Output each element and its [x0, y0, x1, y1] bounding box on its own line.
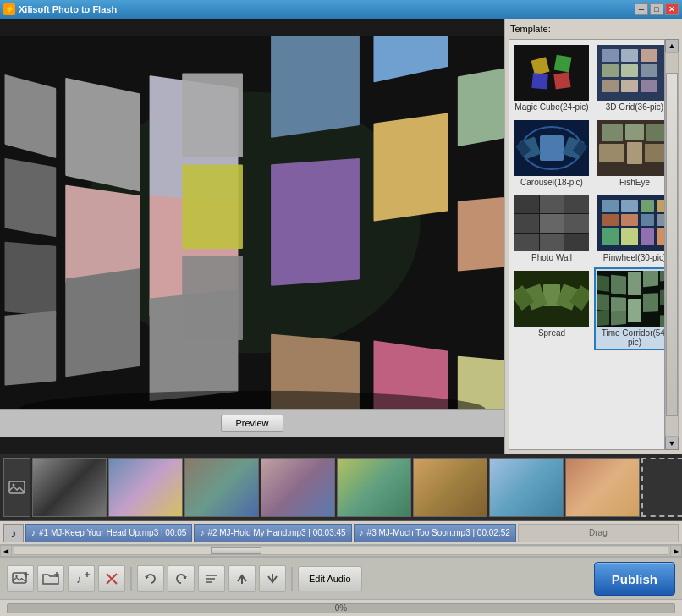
svg-rect-57 [621, 200, 638, 212]
template-item-3dgrid[interactable]: 3D Grid(36-pic) [594, 41, 665, 115]
template-scroll[interactable]: Magic Cube(24-pic) [509, 39, 665, 450]
svg-rect-24 [458, 355, 504, 408]
svg-rect-78 [611, 275, 626, 295]
template-item-carousel[interactable]: Carousel(18-pic) [511, 117, 592, 190]
window-title: Xilisoft Photo to Flash [19, 4, 117, 14]
add-audio-button[interactable]: ♪ [68, 565, 95, 592]
template-thumb-photo-wall [514, 195, 589, 251]
scrollbar-track[interactable] [665, 52, 679, 437]
template-scrollbar[interactable]: ▲ ▼ [665, 39, 679, 450]
hscrollbar-track[interactable] [14, 547, 668, 555]
svg-rect-82 [628, 299, 641, 322]
audio-note-2: ♪ [200, 528, 204, 537]
audio-segment-3-text: #3 MJ-Much Too Soon.mp3 | 00:02:52 [367, 528, 510, 537]
svg-text:♪: ♪ [76, 573, 82, 586]
svg-rect-83 [643, 271, 658, 287]
strip-add-button[interactable] [3, 458, 30, 517]
svg-rect-40 [641, 80, 657, 92]
template-item-spread[interactable]: Spread [511, 267, 592, 350]
top-area: Preview Template: [0, 19, 682, 454]
svg-rect-5 [5, 311, 57, 385]
delete-button[interactable] [98, 565, 125, 592]
minimize-button[interactable]: ─ [635, 3, 648, 15]
maximize-button[interactable]: □ [650, 3, 663, 15]
strip-photo-3[interactable] [184, 458, 259, 517]
svg-rect-37 [641, 64, 657, 77]
svg-rect-66 [641, 228, 654, 245]
title-bar-controls[interactable]: ─ □ ✕ [635, 3, 679, 15]
svg-rect-32 [602, 49, 619, 62]
svg-rect-23 [458, 196, 504, 271]
template-item-photo-wall[interactable]: Photo Wall [511, 192, 592, 266]
preview-button-bar: Preview [0, 409, 504, 437]
rotate-ccw-button[interactable] [137, 565, 164, 592]
strip-photo-5[interactable] [337, 458, 411, 517]
scrollbar-down-arrow[interactable]: ▼ [665, 437, 679, 450]
strip-photo-2[interactable] [108, 458, 183, 517]
audio-drag-label: Drag [589, 528, 608, 537]
svg-rect-35 [602, 64, 619, 77]
horizontal-scrollbar[interactable]: ◀ ▶ [0, 545, 682, 557]
move-up-button[interactable] [228, 565, 256, 592]
template-panel: Template: [504, 19, 682, 454]
svg-rect-34 [641, 49, 657, 62]
app-icon: ⚡ [3, 3, 15, 15]
preview-button[interactable]: Preview [221, 415, 283, 432]
audio-note-1: ♪ [31, 528, 36, 537]
strip-drop-zone[interactable] [641, 458, 682, 517]
svg-rect-81 [628, 272, 641, 295]
template-thumb-carousel [514, 120, 589, 176]
audio-segment-3[interactable]: ♪ #3 MJ-Much Too Soon.mp3 | 00:02:52 [354, 524, 516, 542]
audio-track: ♪ ♪ #1 MJ-Keep Your Head Up.mp3 | 00:05 … [0, 521, 682, 545]
scrollbar-thumb[interactable] [666, 73, 678, 417]
template-name-carousel: Carousel(18-pic) [520, 178, 583, 187]
audio-segment-2[interactable]: ♪ #2 MJ-Hold My Hand.mp3 | 00:03:45 [194, 524, 351, 542]
rotate-cw-button[interactable] [168, 565, 195, 592]
close-button[interactable]: ✕ [665, 3, 679, 15]
audio-note-3: ♪ [360, 528, 364, 537]
add-audio-icon: ♪ [73, 570, 90, 587]
hscrollbar-left-arrow[interactable]: ◀ [0, 545, 12, 557]
strip-photo-8[interactable] [565, 458, 640, 517]
edit-audio-button[interactable]: Edit Audio [298, 566, 362, 591]
hscrollbar-right-arrow[interactable]: ▶ [670, 545, 682, 557]
svg-rect-33 [621, 49, 638, 62]
strip-photo-4[interactable] [261, 458, 335, 517]
progress-label: 0% [335, 603, 347, 613]
template-item-pinwheel[interactable]: Pinwheel(30-pic) [594, 192, 665, 266]
sort-icon [203, 570, 220, 587]
audio-drag-zone[interactable]: Drag [518, 524, 679, 542]
svg-rect-30 [553, 72, 570, 89]
scrollbar-up-arrow[interactable]: ▲ [665, 39, 679, 52]
svg-rect-6 [65, 77, 140, 191]
move-up-icon [234, 570, 250, 587]
template-item-time-corridor[interactable]: Time Corridor(54-pic) [594, 267, 665, 350]
strip-photo-1[interactable] [32, 458, 107, 517]
preview-canvas [0, 36, 504, 409]
template-item-fisheye[interactable]: FishEye [594, 117, 665, 190]
audio-segment-1-text: #1 MJ-Keep Your Head Up.mp3 | 00:05 [39, 528, 186, 537]
template-thumb-pinwheel [597, 195, 665, 251]
template-item-magic-cube[interactable]: Magic Cube(24-pic) [511, 41, 592, 115]
svg-rect-88 [9, 481, 25, 493]
add-photo-button[interactable] [7, 565, 34, 592]
svg-rect-12 [182, 73, 243, 157]
audio-note-icon: ♪ [3, 524, 24, 542]
strip-photo-7[interactable] [489, 458, 564, 517]
sort-button[interactable] [198, 565, 225, 592]
title-bar-left: ⚡ Xilisoft Photo to Flash [3, 3, 117, 15]
hscrollbar-thumb[interactable] [211, 547, 261, 554]
move-down-button[interactable] [259, 565, 286, 592]
svg-rect-38 [602, 80, 619, 92]
svg-rect-84 [643, 293, 658, 312]
template-thumb-time-corridor [597, 271, 665, 327]
add-folder-button[interactable] [37, 565, 64, 592]
audio-segment-1[interactable]: ♪ #1 MJ-Keep Your Head Up.mp3 | 00:05 [25, 524, 192, 542]
strip-photo-6[interactable] [413, 458, 487, 517]
svg-rect-53 [627, 142, 642, 164]
separator-1 [130, 567, 132, 591]
svg-rect-15 [271, 36, 360, 138]
template-name-spread: Spread [538, 328, 565, 338]
template-thumb-magic-cube [514, 45, 589, 101]
publish-button[interactable]: Publish [594, 562, 675, 596]
